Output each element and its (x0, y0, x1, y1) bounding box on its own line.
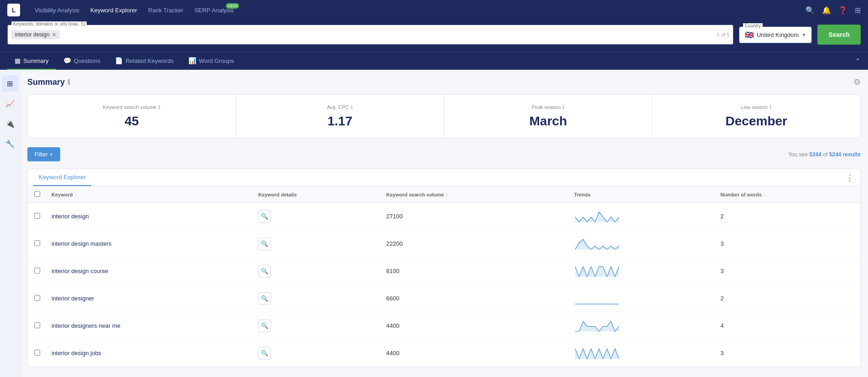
search-button[interactable]: Search (817, 25, 861, 45)
nav-serp-analysis[interactable]: SERP Analysis NEW (194, 7, 234, 14)
nav-rank-tracker[interactable]: Rank Tracker (148, 7, 183, 14)
keyword-table: Keyword ↕ Keyword details Keyword search… (28, 186, 860, 367)
row-checkbox[interactable] (34, 240, 40, 246)
stat-peak-value: March (455, 114, 641, 129)
sidebar-icon-tool[interactable]: 🔧 (2, 135, 18, 152)
keyword-tag-remove[interactable]: × (52, 31, 56, 38)
stat-keyword-volume-value: 45 (39, 114, 225, 129)
row-trends (569, 230, 715, 258)
tab-questions-label: Questions (74, 57, 101, 64)
row-keyword: interior design (46, 203, 253, 230)
row-num-words: 2 (715, 285, 860, 312)
page-title-row: Summary ℹ ⚙ (27, 77, 861, 87)
search-count: 1 of 5 (717, 32, 729, 37)
nav-visibility[interactable]: Visibility Analysis (35, 7, 79, 14)
stat-cpc-value: 1.17 (247, 114, 433, 129)
stat-peak-label: Peak season ℹ (455, 104, 641, 110)
keyword-details-button[interactable]: 🔍 (258, 210, 271, 223)
table-row: interior design course🔍81003 (28, 258, 860, 285)
col-volume-header[interactable]: Keyword search volume ↕ (386, 192, 563, 197)
table-more-button[interactable]: ⋮ (846, 173, 855, 183)
tab-questions[interactable]: 💬 Questions (56, 52, 108, 70)
row-checkbox[interactable] (34, 295, 40, 301)
row-keyword: interior design course (46, 258, 253, 285)
app-logo: L (7, 4, 20, 16)
row-trends (569, 285, 715, 312)
tab-summary[interactable]: ▦ Summary (7, 52, 56, 70)
trend-sparkline (574, 345, 620, 360)
country-selector[interactable]: Country 🇬🇧 United Kingdom ▼ (739, 26, 812, 43)
keyword-tag: interior design × (11, 30, 60, 39)
row-checkbox[interactable] (34, 268, 40, 274)
row-search-volume: 8100 (381, 258, 569, 285)
keyword-details-button[interactable]: 🔍 (258, 347, 271, 360)
row-num-words: 2 (715, 203, 860, 230)
volume-sort-icon: ↕ (446, 192, 448, 197)
row-trends (569, 258, 715, 285)
row-num-words: 3 (715, 230, 860, 258)
main-layout: ⊞ 📈 🔌 🔧 Summary ℹ ⚙ Keyword search volum… (0, 70, 868, 377)
keyword-details-button[interactable]: 🔍 (258, 320, 271, 332)
row-num-words: 3 (715, 340, 860, 367)
col-keyword: Keyword ↕ (46, 186, 253, 203)
table-row: interior designers near me🔍44004 (28, 312, 860, 340)
collapse-button[interactable]: ⌃ (855, 57, 861, 66)
chevron-down-icon: ▼ (801, 32, 806, 37)
stat-low-info-icon[interactable]: ℹ (769, 104, 772, 110)
keyword-search-input[interactable] (60, 31, 729, 38)
filter-button[interactable]: Filter + (27, 147, 60, 161)
tab-related-keywords[interactable]: 📄 Related Keywords (108, 52, 181, 70)
settings-icon[interactable]: ⚙ (853, 77, 861, 87)
row-checkbox[interactable] (34, 322, 40, 328)
sidebar: ⊞ 📈 🔌 🔧 (0, 70, 20, 377)
col-keyword-header[interactable]: Keyword ↕ (52, 192, 247, 197)
summary-info-icon[interactable]: ℹ (68, 78, 70, 86)
stat-volume-info-icon[interactable]: ℹ (158, 104, 161, 110)
col-search-volume: Keyword search volume ↕ (381, 186, 569, 203)
results-text: You see 5244 of 5244 results (788, 151, 861, 158)
stat-peak-info-icon[interactable]: ℹ (562, 104, 565, 110)
stat-keyword-search-volume: Keyword search volume ℹ 45 (28, 95, 236, 138)
tabs-bar: ▦ Summary 💬 Questions 📄 Related Keywords… (0, 52, 868, 70)
col-checkbox (28, 186, 46, 203)
keyword-details-button[interactable]: 🔍 (258, 265, 271, 278)
notification-icon[interactable]: 🔔 (822, 6, 831, 15)
search-nav-icon[interactable]: 🔍 (806, 6, 815, 15)
row-keyword-details-cell: 🔍 (253, 285, 381, 312)
trend-sparkline (574, 263, 620, 278)
row-checkbox[interactable] (34, 350, 40, 356)
stat-cpc-label: Avg. CPC ℹ (247, 104, 433, 110)
col-num-words: Number of words ↕ (715, 186, 860, 203)
keyword-details-button[interactable]: 🔍 (258, 238, 271, 250)
stat-cpc-info-icon[interactable]: ℹ (351, 104, 353, 110)
col-words-header[interactable]: Number of words ↕ (721, 192, 855, 197)
keyword-details-button[interactable]: 🔍 (258, 292, 271, 305)
wordgroups-tab-icon: 📊 (188, 57, 196, 64)
row-num-words: 3 (715, 258, 860, 285)
results-label: results (843, 151, 861, 158)
row-checkbox-cell (28, 285, 46, 312)
row-search-volume: 4400 (381, 340, 569, 367)
stat-keyword-volume-label: Keyword search volume ℹ (39, 104, 225, 110)
row-keyword: interior design masters (46, 230, 253, 258)
row-checkbox-cell (28, 258, 46, 285)
stat-low-season: Low season ℹ December (653, 95, 861, 138)
help-icon[interactable]: ❓ (838, 6, 847, 15)
row-checkbox[interactable] (34, 213, 40, 219)
table-tab-keyword-explorer[interactable]: Keyword Explorer (33, 169, 91, 186)
select-all-checkbox[interactable] (34, 191, 40, 197)
tab-word-groups[interactable]: 📊 Word Groups (181, 52, 241, 70)
row-keyword-details-cell: 🔍 (253, 258, 381, 285)
trend-sparkline (574, 208, 620, 223)
nav-keyword-explorer[interactable]: Keyword Explorer (90, 7, 137, 14)
table-header-row: Keyword ↕ Keyword details Keyword search… (28, 186, 860, 203)
country-flag: 🇬🇧 (745, 31, 754, 39)
words-sort-icon: ↕ (764, 192, 766, 197)
sidebar-icon-home[interactable]: ⊞ (2, 75, 18, 92)
keyword-input-label: Keywords, domains or urls (max. 5) (11, 21, 87, 26)
apps-icon[interactable]: ⊞ (855, 6, 861, 15)
sidebar-icon-plugin[interactable]: 🔌 (2, 115, 18, 132)
tab-summary-label: Summary (23, 57, 49, 64)
stat-peak-season: Peak season ℹ March (444, 95, 653, 138)
sidebar-icon-chart[interactable]: 📈 (2, 95, 18, 112)
